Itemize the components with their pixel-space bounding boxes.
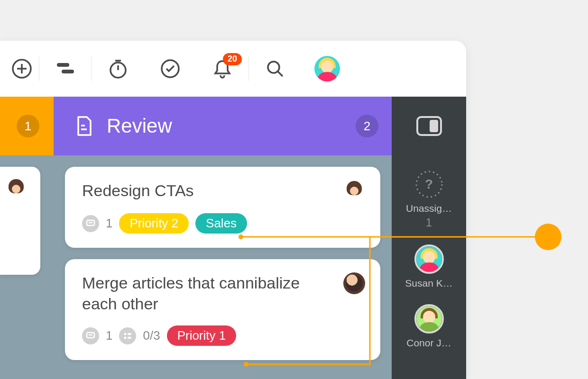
sidebar-filter-unassigned[interactable]: ? Unassig… 1 — [392, 170, 466, 229]
annotation-marker — [535, 224, 561, 250]
comments-icon — [82, 327, 99, 344]
sidebar-filter-user[interactable]: Susan K… — [392, 244, 466, 289]
svg-rect-1 — [57, 63, 69, 67]
tag-priority[interactable]: Priority 2 — [119, 213, 189, 234]
card-title: Redesign CTAs — [82, 180, 336, 201]
board-column-previous: 1 — [0, 97, 54, 379]
column-title: Review — [107, 115, 356, 137]
stopwatch-icon — [108, 58, 129, 79]
user-avatar — [414, 304, 444, 334]
assignee-avatar[interactable] — [343, 180, 365, 202]
assignee-avatar — [6, 178, 27, 199]
add-button[interactable] — [11, 58, 33, 80]
card-meta: 1 0/3 Priority 1 — [82, 325, 365, 346]
timeline-button[interactable] — [55, 58, 76, 80]
task-card[interactable]: Merge articles that cannibalize each oth… — [65, 259, 380, 360]
document-icon — [74, 115, 93, 137]
card-title: Merge articles that cannibalize each oth… — [82, 272, 336, 314]
card-partial[interactable] — [0, 167, 40, 275]
board: 1 Review 2 Rede — [0, 97, 466, 379]
tag-category[interactable]: Sales — [195, 213, 247, 234]
svg-rect-11 — [128, 337, 131, 339]
comments-count: 1 — [106, 216, 112, 231]
sidebar-view-area — [392, 97, 466, 155]
assignee-avatar[interactable] — [343, 272, 365, 294]
svg-point-12 — [416, 171, 442, 197]
sidebar-filter-user[interactable]: Conor J… — [392, 304, 466, 349]
check-circle-icon — [160, 58, 181, 79]
tasks-button[interactable] — [159, 58, 181, 80]
search-icon — [266, 59, 285, 78]
column-body: Redesign CTAs 1 Priority 2 Sales — [54, 155, 392, 379]
subtasks-count: 0/3 — [143, 328, 160, 343]
sidebar-user-count: 1 — [426, 216, 432, 229]
column-header-previous[interactable]: 1 — [0, 97, 54, 155]
gantt-icon — [55, 61, 76, 76]
svg-rect-2 — [62, 70, 74, 73]
app-window: 20 1 — [0, 41, 466, 379]
svg-point-5 — [268, 62, 279, 73]
comments-count: 1 — [106, 328, 112, 343]
column-header-review[interactable]: Review 2 — [54, 97, 392, 155]
notifications-badge: 20 — [223, 53, 242, 65]
assignee-sidebar: ? Unassig… 1 Susan K… Conor J… — [392, 97, 466, 379]
card-meta: 1 Priority 2 Sales — [82, 213, 365, 234]
unassigned-icon: ? — [414, 170, 444, 199]
svg-point-8 — [124, 333, 127, 335]
timer-button[interactable] — [107, 58, 129, 80]
task-card[interactable]: Redesign CTAs 1 Priority 2 Sales — [65, 167, 380, 248]
user-avatar — [414, 244, 444, 274]
svg-rect-10 — [128, 333, 131, 335]
tag-priority[interactable]: Priority 1 — [167, 325, 237, 346]
current-user-avatar[interactable] — [314, 56, 340, 81]
sidebar-user-label: Susan K… — [405, 278, 452, 289]
board-column-review: Review 2 Redesign CTAs 1 Priority 2 — [54, 97, 392, 379]
top-toolbar: 20 — [0, 41, 466, 97]
sidebar-user-label: Unassig… — [406, 203, 452, 214]
sidebar-user-label: Conor J… — [406, 337, 451, 349]
svg-point-9 — [124, 336, 127, 339]
board-view-toggle[interactable] — [416, 116, 442, 136]
column-count: 1 — [17, 115, 39, 137]
comments-icon — [82, 215, 99, 232]
subtasks-icon — [119, 327, 136, 344]
plus-circle-icon — [11, 58, 32, 79]
column-count: 2 — [356, 115, 378, 137]
search-button[interactable] — [264, 58, 286, 80]
